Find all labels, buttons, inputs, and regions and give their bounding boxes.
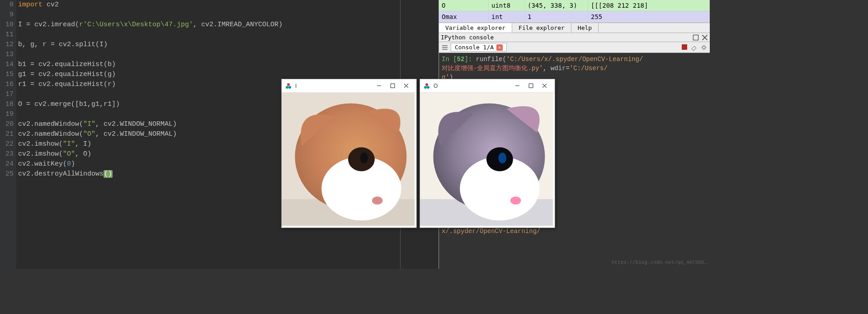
undock-icon[interactable] [693, 34, 699, 41]
cv-window-I-titlebar[interactable]: I [282, 79, 416, 93]
console-line: 对比度增强-全局直方图均衡化.py', wdir='C:/Users/ [442, 64, 707, 73]
variable-row[interactable]: Ouint8(345, 338, 3)[[[208 212 218] [439, 0, 710, 11]
svg-point-4 [703, 46, 705, 49]
console-list-icon[interactable] [442, 44, 448, 51]
close-button[interactable] [538, 81, 551, 91]
minimize-button[interactable] [510, 81, 524, 91]
variable-cell: 255 [588, 11, 710, 22]
code-line[interactable]: I = cv2.imread(r'C:\Users\x\Desktop\47.j… [18, 20, 439, 30]
console-tab-bar: Console 1/A ✕ [439, 42, 710, 53]
console-tab[interactable]: Console 1/A ✕ [451, 43, 507, 52]
svg-point-17 [427, 86, 429, 89]
svg-point-18 [425, 83, 428, 86]
cv-window-I-title: I [295, 83, 297, 89]
panel-tab[interactable]: File explorer [512, 23, 571, 33]
cv-window-O-title: O [434, 83, 438, 89]
line-number-gutter: 8910111213141516171819202122232425 [0, 0, 16, 269]
svg-rect-3 [442, 49, 448, 50]
close-button[interactable] [399, 81, 413, 91]
maximize-button[interactable] [386, 81, 399, 91]
variable-cell: [[[208 212 218] [588, 0, 710, 11]
panel-tab[interactable]: Help [571, 23, 599, 33]
code-line[interactable] [18, 50, 439, 60]
svg-point-14 [360, 152, 368, 163]
panel-tab[interactable]: Variable explorer [439, 23, 512, 33]
variable-row[interactable]: Omaxint1255 [439, 11, 710, 23]
svg-point-6 [288, 86, 291, 89]
code-line[interactable] [18, 30, 439, 40]
variable-cell: O [439, 0, 489, 11]
svg-point-26 [510, 196, 521, 205]
code-line[interactable]: b1 = cv2.equalizeHist(b) [18, 60, 439, 70]
console-tab-close-icon[interactable]: ✕ [496, 44, 503, 51]
svg-rect-0 [693, 35, 698, 40]
watermark-text: https://blog.csdn.net/qq_407556… [612, 258, 707, 267]
variable-cell: int [489, 11, 525, 22]
svg-point-16 [424, 86, 427, 89]
code-line[interactable] [18, 10, 439, 20]
svg-rect-1 [442, 45, 448, 46]
clear-console-icon[interactable] [691, 44, 697, 51]
maximize-button[interactable] [524, 81, 538, 91]
cv-window-I-image [282, 93, 415, 226]
cv-window-O[interactable]: O [420, 79, 555, 228]
close-pane-icon[interactable] [702, 34, 708, 41]
code-line[interactable]: import cv2 [18, 0, 439, 10]
opencv-app-icon [285, 83, 292, 89]
svg-point-15 [372, 196, 383, 205]
console-options-icon[interactable] [701, 44, 707, 51]
svg-rect-8 [391, 84, 395, 88]
cv-window-O-image [420, 93, 553, 226]
svg-point-5 [286, 86, 288, 89]
variable-cell: 1 [525, 11, 588, 22]
svg-rect-2 [442, 47, 448, 48]
ipython-pane-title-bar: IPython console [439, 33, 710, 42]
svg-point-25 [498, 152, 506, 163]
code-line[interactable]: g1 = cv2.equalizeHist(g) [18, 70, 439, 80]
cv-window-I[interactable]: I [281, 79, 417, 228]
svg-rect-19 [529, 84, 533, 88]
variable-cell: Omax [439, 11, 489, 22]
variable-cell: (345, 338, 3) [525, 0, 588, 11]
cv-window-O-titlebar[interactable]: O [420, 79, 555, 93]
stop-kernel-icon[interactable] [682, 44, 687, 50]
code-line[interactable]: b, g, r = cv2.split(I) [18, 40, 439, 50]
console-tab-label: Console 1/A [455, 44, 494, 51]
variable-cell: uint8 [489, 0, 525, 11]
opencv-app-icon [424, 83, 430, 89]
svg-point-7 [287, 83, 290, 86]
console-line: In [52]: runfile('C:/Users/x/.spyder/Ope… [442, 55, 707, 64]
console-line: x/.spyder/OpenCV-Learning/ [442, 227, 707, 236]
minimize-button[interactable] [372, 81, 386, 91]
variable-explorer-table[interactable]: Ouint8(345, 338, 3)[[[208 212 218]Omaxin… [439, 0, 710, 23]
panel-tabs: Variable explorerFile explorerHelp [439, 23, 710, 33]
ipython-pane-title: IPython console [441, 34, 494, 41]
